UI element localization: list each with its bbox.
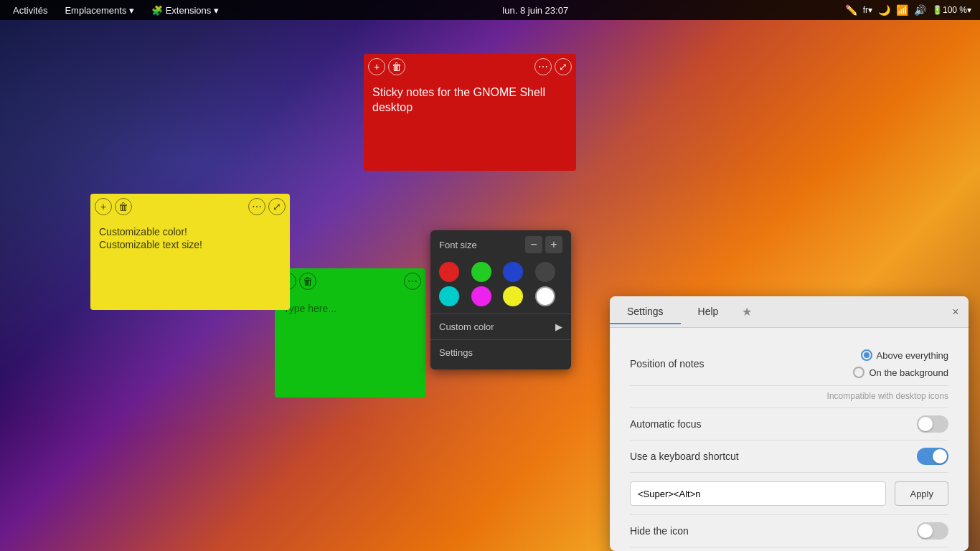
- font-size-decrease-button[interactable]: −: [525, 236, 542, 253]
- color-yellow[interactable]: [503, 286, 523, 306]
- incompatible-note: Incompatible with desktop icons: [827, 391, 948, 401]
- shortcut-input[interactable]: [630, 481, 886, 506]
- close-button[interactable]: ×: [948, 305, 963, 319]
- emplacements-menu[interactable]: Emplacements ▾: [57, 4, 141, 17]
- note-red-menu-button[interactable]: ⋯: [534, 58, 552, 75]
- color-green[interactable]: [471, 262, 491, 282]
- color-dark[interactable]: [535, 262, 555, 282]
- font-size-label: Font size: [439, 240, 522, 250]
- auto-focus-label: Automatic focus: [630, 418, 702, 430]
- keyboard-shortcut-knob: [933, 449, 947, 463]
- note-yellow-delete-button[interactable]: 🗑: [115, 198, 132, 215]
- topbar-left: Activités Emplacements ▾ 🧩 Extensions ▾: [0, 4, 226, 17]
- keyboard-shortcut-toggle[interactable]: [917, 448, 948, 465]
- night-mode-icon[interactable]: 🌙: [878, 4, 890, 16]
- auto-focus-row: Automatic focus: [630, 408, 948, 441]
- color-picker-popup: Font size − + Custom color ▶ Settings: [430, 230, 571, 369]
- radio-above-everything[interactable]: Above everything: [861, 349, 948, 361]
- hide-icon-row: Hide the icon: [630, 515, 948, 547]
- note-yellow-toolbar: + 🗑 ⋯ ⤢: [90, 194, 290, 220]
- activities-button[interactable]: Activités: [6, 4, 55, 17]
- keyboard-shortcut-row: Use a keyboard shortcut: [630, 441, 948, 473]
- settings-header: Settings Help ★ ×: [610, 296, 969, 328]
- auto-focus-toggle[interactable]: [917, 415, 948, 433]
- topbar: Activités Emplacements ▾ 🧩 Extensions ▾ …: [0, 0, 980, 20]
- radio-above-circle: [861, 349, 872, 361]
- lang-selector[interactable]: fr▾: [863, 5, 872, 15]
- note-yellow: + 🗑 ⋯ ⤢ Customizable color! Customizable…: [90, 194, 290, 310]
- note-red-add-button[interactable]: +: [368, 58, 385, 75]
- note-green: + 🗑 ⋯ Type here...: [275, 268, 425, 397]
- font-size-row: Font size − +: [430, 230, 571, 259]
- note-red-content[interactable]: Sticky notes for the GNOME Shell desktop: [364, 80, 576, 121]
- hide-icon-toggle[interactable]: [917, 522, 948, 540]
- auto-focus-knob: [918, 417, 933, 431]
- topbar-datetime: lun. 8 juin 23:07: [226, 5, 845, 16]
- battery-indicator[interactable]: 🔋100 %▾: [932, 5, 971, 15]
- volume-icon[interactable]: 🔊: [914, 4, 926, 16]
- radio-background-circle: [853, 367, 864, 378]
- star-button[interactable]: ★: [735, 301, 758, 324]
- custom-color-item[interactable]: Custom color ▶: [430, 316, 571, 338]
- color-cyan[interactable]: [439, 286, 459, 306]
- settings-menu-item[interactable]: Settings: [430, 342, 571, 364]
- color-blue[interactable]: [503, 262, 523, 282]
- hide-icon-knob: [918, 524, 933, 538]
- note-yellow-expand-button[interactable]: ⤢: [268, 198, 286, 215]
- settings-body: Position of notes Above everything On th…: [610, 328, 969, 551]
- note-green-placeholder[interactable]: Type here...: [275, 294, 425, 323]
- color-red[interactable]: [439, 262, 459, 282]
- note-yellow-content[interactable]: Customizable color! Customizable text si…: [90, 220, 290, 257]
- note-yellow-add-button[interactable]: +: [95, 198, 112, 215]
- wifi-icon[interactable]: 📶: [896, 4, 908, 16]
- radio-on-background[interactable]: On the background: [853, 367, 948, 378]
- shortcut-input-row: Apply: [630, 473, 948, 515]
- topbar-right: ✏️ fr▾ 🌙 📶 🔊 🔋100 %▾: [845, 4, 980, 16]
- note-red-expand-button[interactable]: ⤢: [555, 58, 572, 75]
- font-size-increase-button[interactable]: +: [545, 236, 562, 253]
- hide-icon-label: Hide the icon: [630, 525, 689, 537]
- position-label: Position of notes: [630, 358, 705, 369]
- note-red-delete-button[interactable]: 🗑: [388, 58, 405, 75]
- color-grid: [430, 259, 571, 312]
- color-magenta[interactable]: [471, 286, 491, 306]
- tab-help[interactable]: Help: [681, 300, 736, 324]
- note-yellow-menu-button[interactable]: ⋯: [248, 198, 265, 215]
- note-red-toolbar: + 🗑 ⋯ ⤢: [364, 54, 576, 80]
- note-green-menu-button[interactable]: ⋯: [404, 273, 421, 290]
- color-white[interactable]: [535, 286, 555, 306]
- note-green-delete-button[interactable]: 🗑: [299, 273, 316, 290]
- pen-icon[interactable]: ✏️: [845, 4, 857, 16]
- extensions-menu[interactable]: 🧩 Extensions ▾: [144, 4, 226, 17]
- note-red: + 🗑 ⋯ ⤢ Sticky notes for the GNOME Shell…: [364, 54, 576, 171]
- settings-panel: Settings Help ★ × Position of notes Abov…: [610, 296, 969, 551]
- keyboard-shortcut-label: Use a keyboard shortcut: [630, 451, 739, 462]
- position-row: Position of notes Above everything On th…: [630, 342, 948, 386]
- apply-button[interactable]: Apply: [895, 481, 948, 506]
- position-radio-group: Above everything On the background: [853, 349, 948, 378]
- note-green-toolbar: + 🗑 ⋯: [275, 268, 425, 294]
- tab-settings[interactable]: Settings: [610, 300, 681, 324]
